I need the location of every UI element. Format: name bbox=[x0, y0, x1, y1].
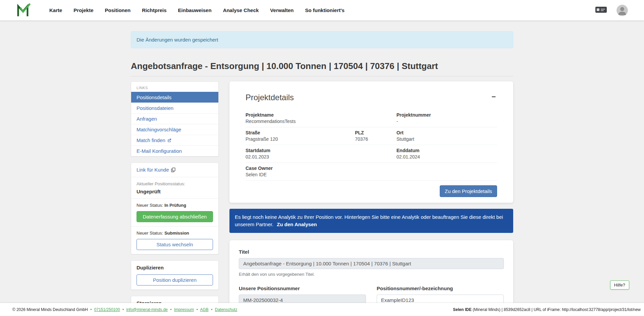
project-details-button[interactable]: Zu den Projektdetails bbox=[440, 185, 497, 197]
next-status-value: In Prüfung bbox=[164, 203, 186, 208]
footer-session-info: (Mineral Minds) | 8539d2652ac8 | URL of … bbox=[472, 307, 641, 312]
nav-item-projekte[interactable]: Projekte bbox=[73, 7, 93, 13]
duplicate-position-button[interactable]: Position duplizieren bbox=[137, 274, 213, 286]
mineral-minds-logo-icon bbox=[16, 3, 31, 18]
page-title: Angebotsanfrage - Entsorgung | 10.000 To… bbox=[131, 61, 513, 76]
app-logo[interactable] bbox=[16, 3, 31, 18]
current-status-label: Aktueller Positionsstatus: bbox=[137, 181, 213, 186]
project-details-card: Projektdetails – Projektname Recommendat… bbox=[229, 81, 513, 203]
sidebar-item-label: Anfragen bbox=[137, 116, 157, 122]
help-button[interactable]: Hilfe? bbox=[610, 280, 629, 290]
sidebar-item-positionsdetails[interactable]: Positionsdetails bbox=[131, 92, 218, 103]
next-status-label: Neuer Status: bbox=[137, 203, 163, 208]
user-avatar[interactable] bbox=[616, 5, 628, 16]
main-content: Projektdetails – Projektname Recommendat… bbox=[229, 81, 513, 316]
agb-link[interactable]: AGB bbox=[200, 307, 209, 312]
sidebar-item-label: Matchingvorschläge bbox=[137, 127, 181, 132]
current-status-value: Ungeprüft bbox=[137, 189, 213, 194]
next-status-label: Neuer Status: bbox=[137, 231, 163, 236]
field-value: Stuttgart bbox=[396, 136, 497, 142]
nav-item-einbauweisen[interactable]: Einbauweisen bbox=[178, 7, 212, 13]
navbar-right bbox=[595, 5, 628, 16]
footer-left: © 2026 Mineral Minds Deutschland GmbH • … bbox=[12, 307, 237, 312]
phone-link[interactable]: 07151/250100 bbox=[94, 307, 120, 312]
sidebar: LINKS Positionsdetails Positionsdateien … bbox=[131, 81, 219, 316]
success-alert: Die Änderungen wurden gespeichert bbox=[131, 31, 513, 48]
field-value: - bbox=[396, 119, 497, 124]
external-link-icon bbox=[167, 138, 171, 142]
sidebar-item-label: Positionsdetails bbox=[137, 94, 171, 100]
field-label: Straße bbox=[246, 130, 355, 136]
sidebar-item-label: Positionsdateien bbox=[137, 105, 173, 111]
sidebar-item-anfragen[interactable]: Anfragen bbox=[131, 113, 218, 124]
analytics-link[interactable]: Zu den Analysen bbox=[277, 222, 317, 227]
customer-link-label: Link für Kunde bbox=[137, 167, 169, 173]
project-details-grid: Projektname RecommendationsTests Projekt… bbox=[246, 110, 497, 181]
field-label: PLZ bbox=[355, 130, 396, 136]
titel-label: Titel bbox=[239, 249, 504, 255]
nav-item-richtpreis[interactable]: Richtpreis bbox=[142, 7, 166, 13]
customer-link[interactable]: Link für Kunde bbox=[137, 167, 175, 173]
field-label: Projektname bbox=[246, 112, 396, 118]
field-label: Startdatum bbox=[246, 148, 396, 153]
nav-item-verwalten[interactable]: Verwalten bbox=[270, 7, 293, 13]
field-label: Case Owner bbox=[246, 166, 497, 171]
field-value: Pragstraße 120 bbox=[246, 136, 355, 142]
footer: © 2026 Mineral Minds Deutschland GmbH • … bbox=[0, 303, 644, 316]
titel-help: Erhält den von uns vorgegebenen Titel. bbox=[239, 272, 504, 277]
separator: • bbox=[211, 307, 212, 312]
complete-data-entry-button[interactable]: Datenerfassung abschließen bbox=[137, 211, 213, 222]
sidebar-item-match-finden[interactable]: Match finden bbox=[131, 135, 218, 145]
nav-item-so-funktionierts[interactable]: So funktioniert's bbox=[305, 7, 344, 13]
analytics-banner: Es liegt noch keine Analytik zu Ihrer Po… bbox=[229, 209, 513, 233]
separator: • bbox=[197, 307, 198, 312]
separator: • bbox=[90, 307, 92, 312]
field-value: 02.01.2023 bbox=[246, 154, 396, 160]
field-label: Projektnummer bbox=[396, 112, 497, 118]
status-card: Link für Kunde Aktueller Positionsstatus… bbox=[131, 163, 219, 254]
separator: • bbox=[122, 307, 124, 312]
position-designation-label: Positionsnummer/-bezeichnung bbox=[377, 286, 504, 291]
field-label: Ort bbox=[396, 130, 497, 136]
datenschutz-link[interactable]: Datenschutz bbox=[215, 307, 237, 312]
sidebar-item-email-konfiguration[interactable]: E-Mail Konfiguration bbox=[131, 145, 218, 156]
copyright-text: © 2026 Mineral Minds Deutschland GmbH bbox=[12, 307, 88, 312]
next-status-value: Submission bbox=[164, 231, 189, 236]
field-value: 70376 bbox=[355, 136, 396, 142]
separator: • bbox=[170, 307, 171, 312]
device-icon[interactable] bbox=[595, 6, 607, 15]
top-navbar: Karte Projekte Positionen Richtpreis Ein… bbox=[0, 0, 644, 20]
field-value: 02.01.2024 bbox=[396, 154, 497, 160]
footer-user: Selen IDE bbox=[453, 307, 472, 312]
field-value: Selen IDE bbox=[246, 172, 497, 178]
links-card: LINKS Positionsdetails Positionsdateien … bbox=[131, 81, 219, 156]
analytics-banner-text: Es liegt noch keine Analytik zu Ihrer Po… bbox=[235, 214, 503, 227]
field-label: Enddatum bbox=[396, 148, 497, 153]
footer-right: Selen IDE (Mineral Minds) | 8539d2652ac8… bbox=[453, 307, 641, 312]
nav-item-karte[interactable]: Karte bbox=[49, 7, 62, 13]
sidebar-item-label: E-Mail Konfiguration bbox=[137, 148, 182, 154]
next-status-line: Neuer Status: In Prüfung bbox=[137, 203, 213, 208]
copy-icon bbox=[171, 168, 175, 172]
sidebar-item-matchingvorschlaege[interactable]: Matchingvorschläge bbox=[131, 124, 218, 135]
nav-item-analyse-check[interactable]: Analyse Check bbox=[223, 7, 259, 13]
links-card-header: LINKS bbox=[131, 82, 218, 92]
duplicate-card: Duplizieren Position duplizieren bbox=[131, 260, 219, 290]
field-value: RecommendationsTests bbox=[246, 119, 396, 124]
project-details-title: Projektdetails bbox=[246, 93, 294, 102]
status-change-button[interactable]: Status wechseln bbox=[137, 239, 213, 250]
sidebar-item-label: Match finden bbox=[137, 137, 165, 143]
titel-input bbox=[239, 258, 504, 269]
main-navigation: Karte Projekte Positionen Richtpreis Ein… bbox=[49, 7, 344, 13]
nav-item-positionen[interactable]: Positionen bbox=[105, 7, 131, 13]
position-number-label: Unsere Positionsnummer bbox=[239, 286, 366, 291]
impressum-link[interactable]: Impressum bbox=[174, 307, 194, 312]
duplicate-card-title: Duplizieren bbox=[137, 265, 213, 270]
sidebar-item-positionsdateien[interactable]: Positionsdateien bbox=[131, 103, 218, 113]
next-status-line: Neuer Status: Submission bbox=[137, 231, 213, 236]
collapse-icon[interactable]: – bbox=[490, 93, 497, 100]
email-link[interactable]: info@mineral-minds.de bbox=[126, 307, 168, 312]
